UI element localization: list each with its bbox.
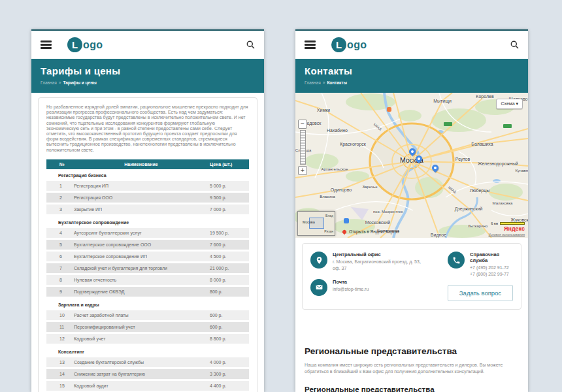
map-scale-bar [500,222,525,225]
service-price: 8 800 р. [208,336,249,341]
page-title: Тарифы и цены [41,65,255,76]
open-in-yandex-maps-link[interactable]: Открыть в Яндекс Картах [342,229,399,234]
service-price: 4 400 р. [208,384,249,388]
table-row: 13Создание бухгалтерской службы4 000 р. [46,357,249,367]
menu-icon[interactable] [41,39,52,51]
service-price: 600 р. [208,325,249,329]
breadcrumb-separator: » [59,80,61,85]
contacts-page-panel: L ogo Контакты Главная»Контакты [295,29,528,392]
phone-number[interactable]: +7 (495) 202 91-72 [470,265,513,271]
map-city-label: Власиха [320,195,335,199]
row-number: 14 [46,372,74,376]
map-city-label: Красногорск [340,142,366,146]
yandex-map[interactable]: ХимкиМытищиКоролевЩелковоДедовскНахабино… [295,93,528,238]
table-section-title: Бухгалтерское сопровождение [46,216,249,228]
service-price: 7 000 р. [208,207,249,212]
regional-heading: Региональные представительства [305,346,519,356]
table-section-title: Зарплата и кадры [46,299,249,310]
table-row: 2Регистрация ООО9 500 р. [46,193,249,203]
map-city-label: Московский [365,220,390,225]
minimap-city-label: Москва [303,220,315,224]
row-number: 7 [46,266,74,270]
map-city-label: Химки [317,108,330,112]
ask-question-button[interactable]: Задать вопрос [448,285,513,301]
table-row: 4Аутсорсинг бухгалтерских услуг19 500 р. [46,228,249,238]
breadcrumb-current: Контакты [327,80,347,85]
breadcrumb-home-link[interactable]: Главная [305,80,321,85]
yandex-logo[interactable]: Яндекс [489,225,525,233]
phone-number[interactable]: +7 (800) 202 99-77 [470,271,513,278]
service-price: 19 500 р. [208,231,249,235]
map-city-label: Архангельское [321,167,348,171]
column-header-name: Наименование [74,162,208,167]
row-number: 2 [46,195,74,200]
row-number: 5 [46,242,74,247]
contact-card: Центральный офис г. Москва, Багратионовс… [302,243,521,310]
table-row: 9Подтверждение ОКВЭД800 р. [46,287,249,297]
service-price: 600 р. [208,313,249,318]
menu-icon[interactable] [305,39,316,51]
table-row: 7Складской учет и бухгалтерия для торгов… [46,263,249,273]
regional-text: Наша компания имеет широкую сеть региона… [305,362,510,376]
row-number: 13 [46,360,74,365]
service-price: 8 000 р. [208,278,249,282]
service-name: Подтверждение ОКВЭД [74,289,208,294]
search-icon[interactable] [246,41,255,49]
map-city-label: Железнодорожный [478,161,518,166]
mail-address[interactable]: info@stop-time.ru [333,286,369,293]
service-price: 4 500 р. [208,254,249,259]
page-banner: Тарифы и цены Главная»Тарифы и цены [31,59,264,93]
table-row: 12Кадровый учет8 800 р. [46,334,249,344]
breadcrumb: Главная»Тарифы и цены [41,80,255,85]
search-icon[interactable] [510,41,519,49]
table-row: 3Закрытие ИП7 000 р. [46,204,249,214]
breadcrumb-home-link[interactable]: Главная [41,80,57,85]
breadcrumb-current: Тарифы и цены [63,80,96,85]
map-city-label: Одинцово [331,188,352,192]
table-section-title: Регистрация бизнеса [46,169,249,181]
table-row: 14Снижение затрат на бухгалтерию3 300 р. [46,369,249,379]
red-pin-icon [342,229,347,234]
site-logo[interactable]: L ogo [331,37,367,52]
page-title: Контакты [305,65,519,76]
map-city-label: Лыткарино [468,224,488,228]
table-row: 1Регистрация ИП5 000 р. [46,181,249,191]
minimap-label-east: Влад [325,214,333,218]
envelope-icon [310,279,327,296]
service-price: 800 р. [208,289,249,294]
table-row: 8Нулевая отчетность8 000 р. [46,275,249,285]
zoom-out-button[interactable]: − [298,120,307,129]
table-row: 10Расчет заработной платы600 р. [46,310,249,320]
row-number: 6 [46,254,74,259]
table-row: 6Бухгалтерское сопровождение ИП4 500 р. [46,252,249,261]
table-row: 15Кадровый аудит4 400 р. [46,381,249,391]
tariffs-page-panel: L ogo Тарифы и цены Главная»Тарифы и цен… [31,29,264,392]
map-scale-label: 6 км [491,221,498,225]
mail-contact: Почта info@stop-time.ru [310,279,448,296]
map-city-label: Малаховка [493,201,513,205]
map-city-label: Реутов [455,157,470,161]
map-city-label: Мытищи [433,99,452,103]
map-layer-dropdown[interactable]: Схема ▾ [496,99,523,109]
map-terms-link[interactable]: Условия использования [489,233,525,237]
map-city-label: Купавна [516,169,528,172]
app-bar: L ogo [31,31,264,59]
minimap[interactable]: Москва Влад Рязан [297,211,335,236]
zoom-in-button[interactable]: + [298,166,307,175]
zoom-slider[interactable] [300,130,306,165]
location-pin-icon [310,252,327,269]
service-name: Расчет заработной платы [74,313,208,318]
site-logo[interactable]: L ogo [67,37,103,52]
breadcrumb: Главная»Контакты [305,80,519,85]
map-city-label: пос. Мосрентген [373,210,403,214]
map-city-label: Видное [431,233,446,237]
service-name: Бухгалтерское сопровождение ИП [74,254,208,259]
logo-text: ogo [347,39,367,51]
service-price: 4 000 р. [208,360,249,365]
table-section-title: Консалтинг [46,346,249,357]
service-name: Создание бухгалтерской службы [74,360,208,365]
column-header-price: Цена (шт.) [208,162,249,167]
intro-paragraph: Но разбавленное изрядной долей эмпатии, … [46,105,249,153]
service-name: Закрытие ИП [74,207,208,212]
service-name: Персонифицированный учет [74,325,208,329]
